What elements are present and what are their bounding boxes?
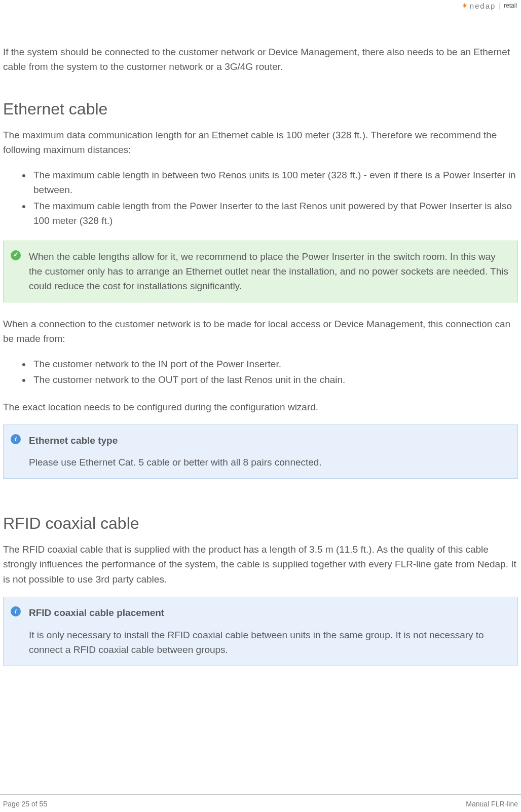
logo-subbrand: retail [504,2,517,9]
list-item: The customer network to the IN port of t… [31,357,518,371]
logo-wordmark: nedap [470,2,496,10]
logo-star-icon: ✶ [462,2,467,9]
logo-separator: | [499,2,501,10]
info-text: Please use Ethernet Cat. 5 cable or bett… [29,457,322,468]
info-callout-ethernet: i Ethernet cable type Please use Etherne… [3,424,518,479]
list-item: The customer network to the OUT port of … [31,372,518,387]
info-icon: i [11,434,21,444]
tip-callout: ✓ When the cable lengths allow for it, w… [3,241,518,302]
tip-text: When the cable lengths allow for it, we … [29,251,508,292]
list-item: The maximum cable length from the Power … [31,199,518,228]
intro-paragraph: If the system should be connected to the… [3,45,518,74]
info-callout-rfid: i RFID coaxial cable placement It is onl… [3,597,518,666]
page-number: Page 25 of 55 [3,800,47,808]
brand-logo: ✶ nedap | retail [462,2,517,10]
rfid-lead: The RFID coaxial cable that is supplied … [3,542,518,587]
connection-bullet-list: The customer network to the IN port of t… [3,357,518,388]
info-title: RFID coaxial cable placement [29,605,509,620]
document-title: Manual FLR-line [466,800,518,808]
ethernet-heading: Ethernet cable [3,100,518,119]
check-icon: ✓ [11,250,21,260]
list-item: The maximum cable length in between two … [31,168,518,198]
page-header: ✶ nedap | retail [3,0,518,9]
info-title: Ethernet cable type [29,433,509,448]
ethernet-lead: The maximum data communication length fo… [3,128,518,158]
page-footer: Page 25 of 55 Manual FLR-line [0,794,521,812]
connection-tail: The exact location needs to be configure… [3,400,518,414]
info-text: It is only necessary to install the RFID… [29,630,484,655]
page-content: If the system should be connected to the… [3,9,518,666]
rfid-heading: RFID coaxial cable [3,514,518,533]
info-icon: i [11,606,21,616]
connection-lead: When a connection to the customer networ… [3,317,518,346]
ethernet-bullet-list: The maximum cable length in between two … [3,168,518,228]
